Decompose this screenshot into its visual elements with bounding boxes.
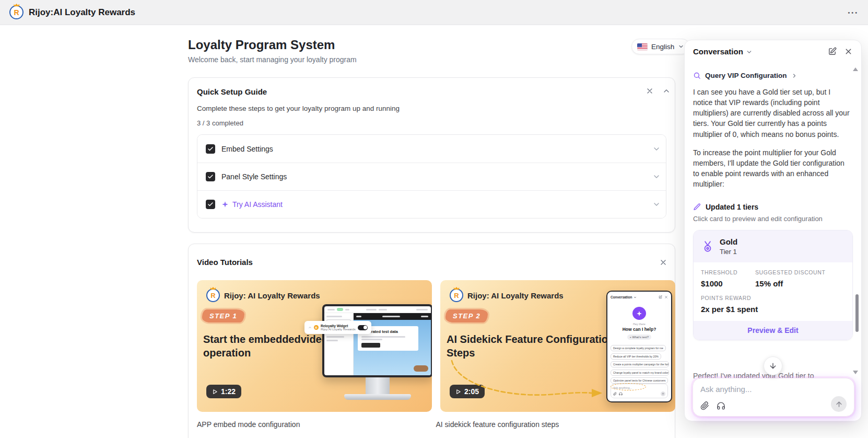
headphones-icon bbox=[619, 392, 623, 396]
us-flag-icon bbox=[637, 43, 648, 50]
chevron-up-icon[interactable] bbox=[662, 87, 671, 95]
quick-setup-progress: 3 / 3 completed bbox=[197, 119, 666, 127]
video-brand: R Rijoy: AI Loyalty Rewards bbox=[206, 289, 320, 302]
paperclip-icon[interactable] bbox=[700, 401, 709, 410]
threshold-label: THRESHOLD bbox=[701, 269, 755, 275]
compose-icon[interactable] bbox=[828, 47, 837, 56]
quick-setup-card: Quick Setup Guide Complete these steps t… bbox=[188, 77, 675, 233]
language-selector[interactable]: English bbox=[631, 39, 690, 54]
video-brand: R Rijoy: AI Loyalty Rewards bbox=[450, 289, 564, 302]
suggestion-pill: Reduce all VIP tier thresholds by 20% bbox=[611, 353, 661, 360]
step-badge: STEP 2 bbox=[445, 309, 488, 322]
send-button[interactable] bbox=[831, 396, 847, 412]
widget-toggle-card: R Reloyalty Widget Rijoy:AI Loyalty Rewa… bbox=[304, 321, 371, 334]
search-icon bbox=[693, 72, 701, 79]
step-badge: STEP 1 bbox=[202, 309, 244, 322]
arrow-down-icon bbox=[769, 362, 777, 370]
video-caption: APP embed mode configuration bbox=[197, 420, 428, 429]
language-label: English bbox=[651, 43, 674, 51]
conversation-panel-mockup: Conversation Hey there How can I help? +… bbox=[606, 291, 672, 402]
video-duration-badge: 1:22 bbox=[206, 385, 241, 398]
close-icon[interactable] bbox=[646, 87, 654, 95]
setup-steps-list: Embed Settings Panel Style Settings Try … bbox=[197, 134, 666, 218]
conversation-messages: Query VIP Configuration I can see you ha… bbox=[685, 62, 861, 340]
pencil-icon bbox=[693, 203, 701, 211]
chevron-right-icon bbox=[791, 73, 797, 79]
medal-icon bbox=[701, 240, 714, 253]
page-title: Loyalty Program System bbox=[188, 38, 335, 52]
paperclip-icon bbox=[613, 392, 617, 396]
checkbox-checked-icon[interactable] bbox=[206, 172, 215, 181]
chevron-down-icon[interactable] bbox=[652, 200, 661, 209]
conversation-input[interactable] bbox=[700, 385, 847, 394]
video-thumbnail-step1[interactable]: R Rijoy: AI Loyalty Rewards STEP 1 Start… bbox=[197, 280, 432, 412]
brand-logo-icon: R bbox=[206, 289, 220, 302]
video-duration-badge: 2:05 bbox=[450, 385, 485, 398]
conversation-title: Conversation bbox=[693, 47, 743, 56]
assistant-message: To increase the point multiplier for you… bbox=[693, 147, 850, 190]
chevron-up-icon bbox=[308, 326, 312, 329]
chevron-down-icon[interactable] bbox=[746, 49, 753, 55]
step-row-panel-style[interactable]: Panel Style Settings bbox=[197, 163, 666, 190]
preview-edit-button[interactable]: Preview & Edit bbox=[694, 321, 852, 340]
toggle-on-icon bbox=[358, 325, 368, 330]
quick-setup-description: Complete these steps to get your loyalty… bbox=[197, 105, 666, 112]
page-subtitle: Welcome back, start managing your loyalt… bbox=[188, 55, 357, 64]
brand-logo-icon: R bbox=[450, 289, 463, 302]
compose-icon bbox=[659, 295, 662, 299]
brand-logo-icon: R bbox=[314, 325, 319, 330]
send-icon bbox=[661, 391, 665, 396]
query-vip-configuration[interactable]: Query VIP Configuration bbox=[693, 72, 853, 79]
points-value: 2x per $1 spent bbox=[701, 305, 845, 314]
tier-name: Gold bbox=[720, 237, 737, 246]
close-icon[interactable] bbox=[659, 258, 667, 267]
chevron-down-icon[interactable] bbox=[652, 172, 661, 181]
message-composer bbox=[693, 378, 854, 417]
scrollbar-down-arrow[interactable] bbox=[853, 371, 858, 374]
chevron-down-icon bbox=[678, 43, 684, 50]
suggestion-pill: Create a points multiplier campaign for … bbox=[611, 361, 669, 367]
suggestion-pill: Design a complete loyalty program for me bbox=[611, 345, 666, 351]
sparkle-icon bbox=[221, 201, 229, 208]
chevron-down-icon bbox=[634, 296, 637, 299]
threshold-value: $1000 bbox=[701, 279, 755, 288]
update-summary: Updated 1 tiers bbox=[693, 203, 853, 211]
scrollbar-up-arrow[interactable] bbox=[853, 67, 858, 71]
video-thumbnail-step2[interactable]: R Rijoy: AI Loyalty Rewards STEP 2 AI Si… bbox=[440, 280, 675, 412]
video-caption: AI sidekick feature configuration steps bbox=[436, 420, 667, 429]
more-menu-icon[interactable]: ••• bbox=[848, 9, 859, 16]
step-label: Try AI Assistant bbox=[232, 200, 283, 209]
step-row-embed-settings[interactable]: Embed Settings bbox=[197, 135, 666, 163]
step-row-try-ai-assistant[interactable]: Try AI Assistant bbox=[197, 190, 666, 218]
suggestion-pill: Optimize panel texts for Chinese custome… bbox=[611, 377, 668, 384]
dashed-ellipse-highlight bbox=[611, 383, 646, 390]
close-icon bbox=[664, 295, 668, 299]
tier-level: Tier 1 bbox=[720, 248, 737, 256]
scroll-to-bottom-button[interactable] bbox=[764, 356, 782, 375]
headphones-icon[interactable] bbox=[717, 401, 725, 410]
chevron-down-icon[interactable] bbox=[652, 145, 661, 153]
arrow-up-icon bbox=[835, 400, 843, 408]
checkbox-checked-icon[interactable] bbox=[206, 144, 215, 154]
close-icon[interactable] bbox=[844, 47, 853, 56]
step-label: Panel Style Settings bbox=[221, 172, 287, 181]
quick-setup-title: Quick Setup Guide bbox=[197, 87, 666, 96]
app-logo-icon: R bbox=[9, 5, 24, 19]
tier-card-gold[interactable]: Gold Tier 1 THRESHOLD $1000 SUGGESTED DI… bbox=[693, 230, 853, 340]
conversation-panel: Conversation Query VIP Configuration I c… bbox=[684, 40, 862, 421]
update-hint: Click card to preview and edit configura… bbox=[693, 215, 853, 223]
monitor-mockup: Generated test data bbox=[322, 304, 432, 400]
video-tutorials-card: Video Tutorials R Rijoy: AI Loyalty Rewa… bbox=[188, 244, 675, 438]
assistant-avatar bbox=[632, 307, 646, 320]
play-icon bbox=[455, 389, 461, 395]
discount-label: SUGGESTED DISCOUNT bbox=[755, 269, 825, 275]
step-label: Embed Settings bbox=[221, 145, 273, 153]
points-label: POINTS REWARD bbox=[701, 295, 845, 301]
video-tutorials-title: Video Tutorials bbox=[197, 258, 666, 267]
app-title: Rijoy:AI Loyalty Rewards bbox=[29, 7, 135, 18]
checkbox-checked-icon[interactable] bbox=[206, 200, 215, 209]
discount-value: 15% off bbox=[755, 279, 825, 288]
top-bar: R Rijoy:AI Loyalty Rewards ••• bbox=[0, 0, 868, 25]
video-headline: Start the embeddedvideo operation bbox=[203, 332, 342, 360]
scrollbar-thumb[interactable] bbox=[855, 294, 859, 332]
